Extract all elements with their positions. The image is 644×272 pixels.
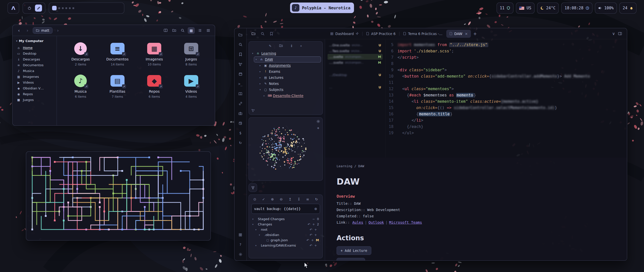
stage-icon[interactable]: − xyxy=(312,217,315,221)
clock-widget[interactable]: 18:08:28 xyxy=(561,3,592,14)
settings-gear-icon[interactable] xyxy=(238,252,243,257)
code-editor[interactable]: 5import mementoes from "../../store.js"6… xyxy=(385,39,627,158)
keyboard-layout-widget[interactable]: US xyxy=(516,3,535,14)
breadcrumb[interactable]: Learning / DAW xyxy=(337,164,617,168)
back-button[interactable]: ‹ xyxy=(16,27,22,34)
git-row[interactable]: ▾ Changes ↶ + 2 xyxy=(251,222,320,227)
volume-widget[interactable]: 100% xyxy=(595,3,617,14)
search-icon[interactable] xyxy=(179,27,186,34)
discard-icon[interactable]: ↶ xyxy=(310,228,312,231)
stage-icon[interactable]: + xyxy=(314,233,317,237)
git-history-icon[interactable]: ⊙ xyxy=(253,197,256,201)
tree-row[interactable]: ▸ ▤ Lectures xyxy=(258,75,321,81)
list-view-icon[interactable] xyxy=(196,27,203,34)
link-aules[interactable]: Aules xyxy=(352,220,363,224)
collapsed-panel[interactable] xyxy=(249,183,257,192)
stage-icon[interactable]: + xyxy=(314,228,317,231)
sidebar-item[interactable]: ▭ Desktop xyxy=(15,51,55,56)
chevron-icon[interactable]: ▾ xyxy=(255,228,258,231)
tree-row[interactable]: ▾ ▢ Subjects xyxy=(258,87,321,93)
link-icon[interactable] xyxy=(238,101,243,106)
changed-file-row[interactable]: ….svelte src/compon… M xyxy=(328,60,383,65)
chevron-icon[interactable]: ▸ xyxy=(260,64,262,67)
search-panel-tab-icon[interactable] xyxy=(261,32,264,36)
search-icon[interactable] xyxy=(238,42,243,47)
book-icon[interactable] xyxy=(238,91,243,96)
updates-widget[interactable]: 11 xyxy=(497,3,514,14)
tab-list-chevron-icon[interactable]: ∨ xyxy=(612,31,615,36)
commit-message-input[interactable] xyxy=(254,207,314,211)
file-manager-titlebar[interactable]: ‹ › matt › ▦ xyxy=(13,25,215,36)
chevron-icon[interactable]: ▸ xyxy=(260,70,262,73)
tree-row[interactable]: ▸ ! Exams xyxy=(258,69,321,75)
active-workspace-indicator[interactable] xyxy=(52,6,57,10)
close-tab-icon[interactable]: × xyxy=(465,32,468,36)
split-view-icon[interactable] xyxy=(162,27,169,34)
folder-item[interactable]: ↓ ↗ Descargas 2 items xyxy=(63,42,98,66)
git-changelist-icon[interactable]: ≡ xyxy=(306,197,309,201)
changed-file-row[interactable]: … U xyxy=(328,84,383,90)
sidebar-item[interactable]: ▶ Videos xyxy=(15,80,55,85)
graph-focus-icon[interactable]: ⌖ xyxy=(317,126,319,130)
chevron-icon[interactable]: ▾ xyxy=(252,52,255,55)
tab-daw[interactable]: DAW × xyxy=(446,30,471,38)
changed-file-row[interactable]: …One.svelte src/co… U xyxy=(328,42,383,48)
camera-icon[interactable] xyxy=(238,111,243,116)
new-folder-icon[interactable] xyxy=(171,27,178,34)
git-row[interactable]: ▾ .obsidian ↶ + xyxy=(251,232,320,237)
git-push-icon[interactable]: ↥ xyxy=(289,197,292,201)
discard-icon[interactable]: ↶ xyxy=(307,238,309,242)
sync-icon[interactable]: ↻ xyxy=(238,140,243,145)
chevron-icon[interactable]: ▸ xyxy=(264,94,266,97)
changed-file-row[interactable]: ….svelte src/compon… M xyxy=(328,54,383,60)
power-icon[interactable] xyxy=(26,5,33,12)
new-note-icon[interactable]: ✎ xyxy=(269,44,272,48)
sidebar-item[interactable]: ◆ Obsidian V… xyxy=(15,85,55,91)
help-icon[interactable]: ? xyxy=(238,242,243,247)
clear-commit-icon[interactable]: ⊗ xyxy=(314,207,317,211)
sidebar-item[interactable]: ≡ Documentos xyxy=(15,62,55,68)
stage-icon[interactable]: + xyxy=(311,238,314,242)
workspace-dot[interactable] xyxy=(69,7,71,9)
tab-dashboard[interactable]: Dashboard xyxy=(327,30,362,38)
tree-row[interactable]: ▾ ∩ Learning xyxy=(250,50,321,56)
workspace-dot[interactable] xyxy=(58,7,60,9)
chevron-icon[interactable]: ▸ xyxy=(260,82,262,85)
graph-view-icon[interactable] xyxy=(238,62,243,67)
git-refresh-icon[interactable]: ↻ xyxy=(315,197,318,201)
changed-file-row[interactable]: …/Desktop U xyxy=(328,72,383,78)
menu-icon[interactable] xyxy=(205,27,212,34)
tab-tema6[interactable]: Tema 6 Prácticas -… xyxy=(400,30,446,38)
weather-widget[interactable]: 24°C xyxy=(537,3,559,14)
sidebar-item[interactable]: ⌂ Home xyxy=(15,45,55,51)
path-pill[interactable]: matt xyxy=(33,27,53,34)
collapse-all-icon[interactable]: « xyxy=(300,45,303,47)
git-stage-all-icon[interactable]: ⊕ xyxy=(271,197,274,201)
notifications-widget[interactable]: 24 xyxy=(619,3,636,14)
folder-item[interactable]: ▶ ↗ Videos 4 items xyxy=(174,74,209,98)
folder-item[interactable]: ▦ ↗ Imagenes 10 items xyxy=(137,42,172,66)
stage-icon[interactable]: + xyxy=(314,244,317,247)
terminal-icon[interactable]: >_ xyxy=(238,81,243,86)
launcher-button[interactable]: Λ xyxy=(8,3,19,14)
sidebar-item[interactable]: ◉ Repos xyxy=(15,91,55,97)
tree-row[interactable]: ▾ ∩ DAW xyxy=(254,56,321,62)
tree-row[interactable]: ▸ ✎ Notes xyxy=(258,81,321,87)
git-row[interactable]: ▾ Staged Changes − 0 xyxy=(251,216,320,222)
sidebar-item[interactable]: ↓ Descargas xyxy=(15,56,55,62)
bookmark-icon[interactable] xyxy=(238,52,243,57)
workspace-strip[interactable] xyxy=(49,3,124,14)
folder-item[interactable]: ≡ ↗ Documentos 14 items xyxy=(100,42,135,66)
git-pull-icon[interactable]: ↧ xyxy=(297,197,300,201)
git-commit-icon[interactable]: ✓ xyxy=(262,197,265,201)
graph-settings-gear-icon[interactable] xyxy=(316,120,320,123)
add-lecture-button[interactable]: + Add Lecture xyxy=(337,246,371,255)
sidebar-item[interactable]: ■ Juegos xyxy=(15,97,55,103)
sidebar-item[interactable]: ▦ Imagenes xyxy=(15,74,55,80)
grid-view-icon[interactable]: ▦ xyxy=(188,27,195,34)
network-icon[interactable] xyxy=(251,109,320,112)
link-outlook[interactable]: Outlook xyxy=(369,220,384,224)
discard-icon[interactable]: ↶ xyxy=(310,244,312,247)
bookmarks-panel-tab-icon[interactable] xyxy=(270,32,273,36)
chevron-icon[interactable]: ▸ xyxy=(260,76,262,79)
